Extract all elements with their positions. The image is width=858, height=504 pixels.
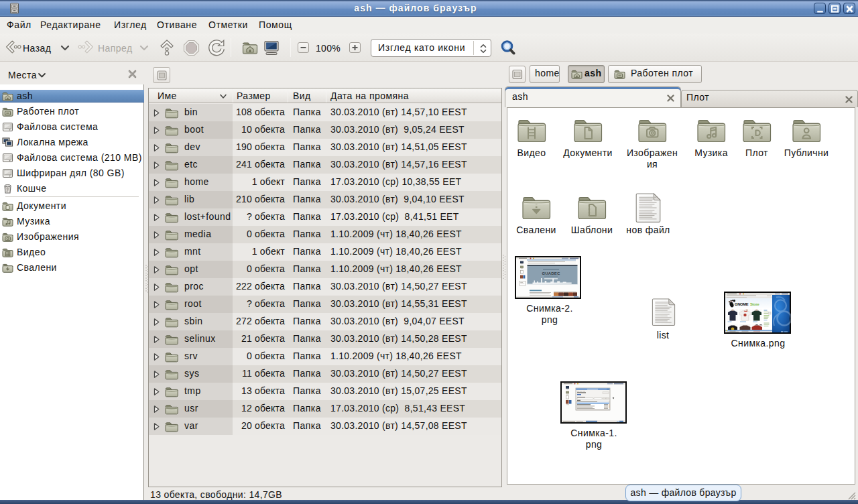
svg-text:GNOME: GNOME	[735, 302, 749, 306]
svg-text:GUADEC: GUADEC	[542, 271, 560, 275]
svg-text:Store: Store	[750, 302, 759, 306]
